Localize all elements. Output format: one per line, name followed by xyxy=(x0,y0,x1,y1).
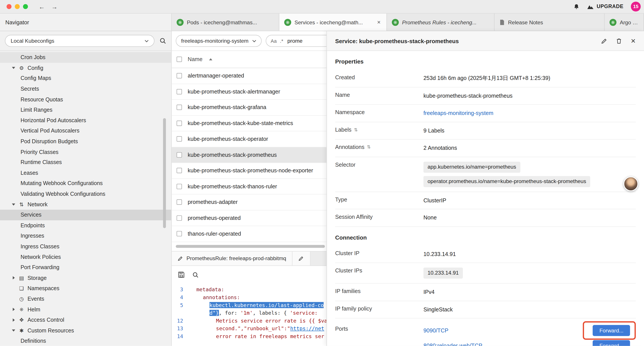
kubeconfig-selector[interactable]: Local Kubeconfigs xyxy=(5,35,154,47)
sidebar-item-namespaces[interactable]: ❏Namespaces xyxy=(0,283,171,294)
sidebar-item-access-control[interactable]: ✥Access Control xyxy=(0,315,171,325)
code-line: 4annotations: xyxy=(172,293,326,301)
tab-release-notes[interactable]: Release Notes xyxy=(494,13,604,31)
chevron-right-icon[interactable] xyxy=(12,276,16,280)
sidebar-item-secrets[interactable]: Secrets xyxy=(0,84,171,94)
back-button[interactable]: ← xyxy=(38,3,45,10)
row-checkbox[interactable] xyxy=(177,105,182,110)
window-minimize-button[interactable] xyxy=(15,4,20,9)
sidebar-item-port-forwarding[interactable]: Port Forwarding xyxy=(0,262,171,273)
sidebar-item-events[interactable]: ◷Events xyxy=(0,294,171,304)
expand-toggle-icon[interactable]: ⇅ xyxy=(367,145,371,150)
row-checkbox[interactable] xyxy=(177,231,182,236)
user-avatar[interactable] xyxy=(624,177,638,191)
sidebar-item-definitions[interactable]: Definitions xyxy=(0,336,171,346)
window-close-button[interactable] xyxy=(6,4,12,9)
table-row[interactable]: thanos-ruler-operated xyxy=(172,226,326,242)
namespace-filter-select[interactable]: freeleaps-monitoring-system xyxy=(176,35,262,47)
regex-toggle[interactable]: .* xyxy=(280,38,283,43)
detail-label: IP family policy xyxy=(335,306,424,312)
editor-search-icon[interactable] xyxy=(192,271,199,278)
sidebar-item-vertical-pod-autoscalers[interactable]: Vertical Pod Autoscalers xyxy=(0,126,171,136)
detail-label: Type xyxy=(335,196,424,203)
notification-count-badge[interactable]: 15 xyxy=(631,1,641,11)
match-case-toggle[interactable]: Aa xyxy=(271,38,277,43)
row-checkbox[interactable] xyxy=(177,89,182,94)
chevron-down-icon[interactable] xyxy=(12,67,16,69)
table-row[interactable]: kube-prometheus-stack-alertmanager xyxy=(172,84,326,100)
sidebar-item-storage[interactable]: ▤Storage xyxy=(0,273,171,283)
table-row[interactable]: prometheus-adapter xyxy=(172,194,326,210)
sidebar-item-network[interactable]: ⇅Network xyxy=(0,199,171,210)
expand-toggle-icon[interactable]: ⇅ xyxy=(354,127,358,132)
delete-trash-icon[interactable] xyxy=(616,37,622,44)
sidebar-item-cron-jobs[interactable]: Cron Jobs xyxy=(0,52,171,63)
port-link[interactable]: 9090/TCP xyxy=(424,327,448,335)
sidebar-item-config[interactable]: ⚙Config xyxy=(0,63,171,73)
table-row[interactable]: prometheus-operated xyxy=(172,210,326,226)
yaml-editor[interactable]: 3metadata:4annotations:5kubectl.kubernet… xyxy=(172,284,326,346)
table-row[interactable]: kube-prometheus-stack-kube-state-metrics xyxy=(172,115,326,131)
sidebar-item-ingresses[interactable]: Ingresses xyxy=(0,231,171,241)
row-checkbox[interactable] xyxy=(177,152,182,157)
chevron-right-icon[interactable] xyxy=(12,308,16,311)
forward-button[interactable]: Forward... xyxy=(593,325,630,336)
sidebar-item-custom-resources[interactable]: ✱Custom Resources xyxy=(0,325,171,336)
tab-close-icon[interactable]: ✕ xyxy=(376,19,382,26)
tab-prometheus-rules-icecheng[interactable]: ⎈Prometheus Rules - icecheng... xyxy=(387,13,494,31)
tab-services-icecheng-math[interactable]: ⎈Services - icecheng@math...✕ xyxy=(279,13,387,31)
sidebar-item-leases[interactable]: Leases xyxy=(0,168,171,178)
row-checkbox[interactable] xyxy=(177,184,182,189)
sidebar-item-horizontal-pod-autoscalers[interactable]: Horizontal Pod Autoscalers xyxy=(0,115,171,126)
dock-tab-partial[interactable] xyxy=(292,251,310,265)
notifications-bell-icon[interactable] xyxy=(573,3,579,10)
save-icon[interactable] xyxy=(178,271,185,278)
chevron-right-icon[interactable] xyxy=(12,318,16,322)
row-checkbox[interactable] xyxy=(177,215,182,221)
sidebar-item-validating-webhook-configurations[interactable]: Validating Webhook Configurations xyxy=(0,189,171,199)
row-checkbox[interactable] xyxy=(177,136,182,142)
row-checkbox[interactable] xyxy=(177,200,182,205)
sidebar-item-network-policies[interactable]: Network Policies xyxy=(0,252,171,262)
forward-button[interactable]: → xyxy=(51,3,58,10)
sidebar-item-endpoints[interactable]: Endpoints xyxy=(0,220,171,231)
chevron-down-icon[interactable] xyxy=(12,203,16,205)
close-icon[interactable]: ✕ xyxy=(631,37,636,45)
sidebar-item-resource-quotas[interactable]: Resource Quotas xyxy=(0,94,171,105)
upgrade-button[interactable]: UPGRADE xyxy=(587,4,624,9)
row-checkbox[interactable] xyxy=(177,168,182,173)
dock-tab-prometheusrule[interactable]: PrometheusRule: freeleaps-prod-rabbitmq xyxy=(172,251,292,265)
sidebar-item-ingress-classes[interactable]: Ingress Classes xyxy=(0,241,171,252)
row-checkbox[interactable] xyxy=(177,73,182,78)
search-input[interactable] xyxy=(286,37,326,44)
row-checkbox[interactable] xyxy=(177,120,182,126)
code-line: 13second.","runbook_url":"https://net xyxy=(172,324,326,332)
sidebar-item-limit-ranges[interactable]: Limit Ranges xyxy=(0,105,171,115)
table-row[interactable]: kube-prometheus-stack-operator xyxy=(172,131,326,147)
chevron-down-icon[interactable] xyxy=(12,329,16,331)
table-row[interactable]: kube-prometheus-stack-prometheus xyxy=(172,147,326,163)
sidebar-item-services[interactable]: Services xyxy=(0,210,171,220)
table-row[interactable]: kube-prometheus-stack-grafana xyxy=(172,100,326,115)
select-all-checkbox[interactable] xyxy=(177,57,182,62)
sidebar-item-config-maps[interactable]: Config Maps xyxy=(0,73,171,84)
sidebar-item-mutating-webhook-configurations[interactable]: Mutating Webhook Configurations xyxy=(0,178,171,189)
forward-button[interactable]: Forward... xyxy=(593,340,630,346)
sidebar-item-runtime-classes[interactable]: Runtime Classes xyxy=(0,157,171,168)
namespace-link[interactable]: freeleaps-monitoring-system xyxy=(424,110,494,116)
table-row[interactable]: alertmanager-operated xyxy=(172,68,326,84)
window-zoom-button[interactable] xyxy=(23,4,28,9)
table-row[interactable]: kube-prometheus-stack-prometheus-node-ex… xyxy=(172,163,326,179)
table-row[interactable]: kube-prometheus-stack-thanos-ruler xyxy=(172,179,326,194)
horizontal-scrollbar-thumb[interactable] xyxy=(176,245,325,248)
tab-pods-icecheng-mathmas[interactable]: ⎈Pods - icecheng@mathmas... xyxy=(172,13,279,31)
port-link[interactable]: 8080:reloader-web/TCP xyxy=(424,342,482,346)
sidebar-item-helm[interactable]: ⎈Helm xyxy=(0,304,171,315)
sidebar-scrollbar-thumb[interactable] xyxy=(163,118,166,228)
edit-pencil-icon[interactable] xyxy=(601,37,608,44)
sidebar-item-priority-classes[interactable]: Priority Classes xyxy=(0,147,171,157)
name-column-header[interactable]: Name xyxy=(188,56,202,62)
tab-argo-s[interactable]: ⎈Argo S... xyxy=(604,13,644,31)
sidebar-search-icon[interactable] xyxy=(159,37,166,44)
sidebar-item-pod-disruption-budgets[interactable]: Pod Disruption Budgets xyxy=(0,136,171,147)
